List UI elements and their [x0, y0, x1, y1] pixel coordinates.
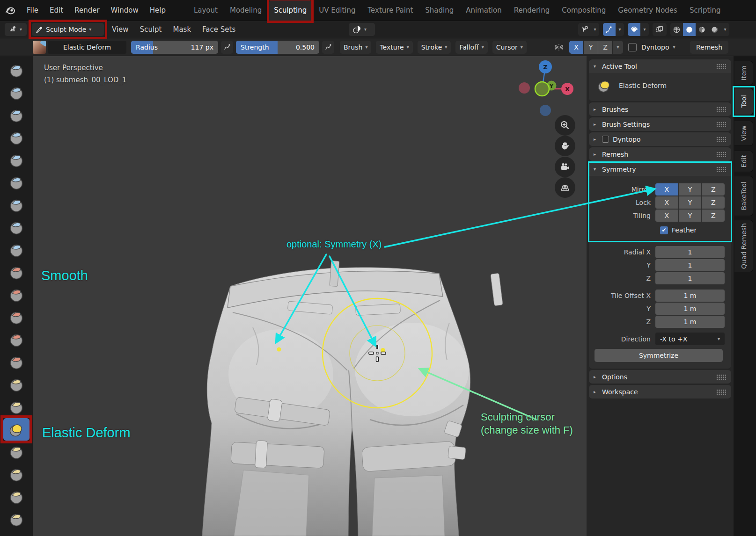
- symmetry-mirror-y[interactable]: Y: [679, 183, 702, 196]
- menu-window[interactable]: Window: [106, 4, 144, 17]
- panel-header-workspace[interactable]: ▸ Workspace: [589, 385, 731, 398]
- brush-fill[interactable]: [3, 328, 29, 351]
- symmetrize-button[interactable]: Symmetrize: [595, 349, 723, 362]
- workspace-tab-texture-paint[interactable]: Texture Paint: [362, 0, 418, 21]
- brush-snake-hook[interactable]: [3, 441, 29, 463]
- editor-type-dropdown[interactable]: ▾: [5, 23, 27, 36]
- symmetry-tiling-z[interactable]: Z: [702, 210, 725, 222]
- panel-drag-dots-icon[interactable]: [716, 122, 727, 127]
- symmetry-lock-z[interactable]: Z: [702, 196, 725, 209]
- remesh-button[interactable]: Remesh: [690, 41, 728, 54]
- pan-button[interactable]: [555, 136, 575, 156]
- brush-pinch[interactable]: [3, 351, 29, 373]
- brush-crease[interactable]: [3, 239, 29, 261]
- brush-relax[interactable]: [3, 396, 29, 418]
- brush-thumb[interactable]: [3, 463, 29, 485]
- gizmo-axis-neg-x[interactable]: [519, 82, 530, 94]
- proportional-falloff-dropdown[interactable]: ▾: [603, 23, 624, 36]
- symmetry-tiling-y[interactable]: Y: [679, 210, 702, 222]
- side-tab-item[interactable]: Item: [734, 61, 753, 85]
- mode-menu-view[interactable]: View: [107, 23, 134, 36]
- side-tab-edit[interactable]: Edit: [734, 151, 753, 172]
- radial-field-radial-x[interactable]: 1: [655, 246, 725, 258]
- brush-clay-thumb[interactable]: [3, 149, 29, 171]
- brush-dropdown[interactable]: Brush▾: [340, 41, 371, 54]
- radius-slider[interactable]: Radius 117 px: [131, 41, 218, 54]
- tile-offset-field-tile-offset-x[interactable]: 1 m: [655, 290, 725, 302]
- strength-pressure-toggle[interactable]: [322, 41, 334, 54]
- stroke-dropdown[interactable]: Stroke▾: [418, 41, 451, 54]
- brush-draw[interactable]: [3, 59, 29, 81]
- brush-nudge[interactable]: [3, 508, 29, 530]
- workspace-tab-shading[interactable]: Shading: [420, 0, 459, 21]
- dyntopo-checkbox[interactable]: [628, 43, 637, 51]
- workspace-tab-compositing[interactable]: Compositing: [557, 0, 611, 21]
- menu-help[interactable]: Help: [145, 4, 171, 17]
- texture-dropdown[interactable]: Texture▾: [376, 41, 412, 54]
- panel-header-symmetry[interactable]: ▾ Symmetry: [589, 162, 731, 176]
- mode-menu-sculpt[interactable]: Sculpt: [135, 23, 167, 36]
- brush-blob[interactable]: [3, 216, 29, 239]
- sculpt-mode-button[interactable]: Sculpt Mode ▾: [32, 23, 104, 36]
- header-mirror-x[interactable]: X: [569, 41, 583, 54]
- menu-file[interactable]: File: [22, 4, 44, 17]
- brush-flatten[interactable]: [3, 283, 29, 306]
- mode-menu-face-sets[interactable]: Face Sets: [197, 23, 241, 36]
- solid-shading-icon[interactable]: [683, 23, 696, 36]
- workspace-tab-modeling[interactable]: Modeling: [225, 0, 267, 21]
- symmetry-lock-y[interactable]: Y: [679, 196, 702, 209]
- workspace-tab-geometry-nodes[interactable]: Geometry Nodes: [613, 0, 683, 21]
- symmetry-lock-x[interactable]: X: [655, 196, 678, 209]
- symmetry-mirror-z[interactable]: Z: [702, 183, 725, 196]
- symmetry-mirror-x[interactable]: X: [655, 183, 678, 196]
- zoom-button[interactable]: [555, 115, 575, 136]
- workspace-tab-uv-editing[interactable]: UV Editing: [314, 0, 360, 21]
- panel-drag-dots-icon[interactable]: [716, 374, 727, 380]
- brush-draw-sharp[interactable]: [3, 81, 29, 104]
- brush-grab[interactable]: [3, 373, 29, 396]
- panel-header-dyntopo[interactable]: ▸ Dyntopo: [589, 132, 731, 146]
- radial-field-y[interactable]: 1: [655, 259, 725, 271]
- grid-view-button[interactable]: [555, 177, 575, 198]
- show-gizmo-dropdown[interactable]: ▾: [578, 23, 599, 36]
- wireframe-shading-icon[interactable]: [670, 23, 683, 36]
- mode-menu-mask[interactable]: Mask: [168, 23, 196, 36]
- workspace-tab-rendering[interactable]: Rendering: [509, 0, 555, 21]
- brush-elastic-deform[interactable]: [3, 418, 29, 441]
- falloff-shape-dropdown[interactable]: ▾: [349, 23, 375, 36]
- menu-edit[interactable]: Edit: [44, 4, 68, 17]
- brush-smooth[interactable]: [3, 261, 29, 283]
- panel-header-brush-settings[interactable]: ▸ Brush Settings: [589, 117, 731, 131]
- panel-drag-dots-icon[interactable]: [716, 389, 727, 395]
- panel-drag-dots-icon[interactable]: [716, 107, 727, 112]
- panel-drag-dots-icon[interactable]: [716, 137, 727, 142]
- camera-view-button[interactable]: [555, 157, 575, 177]
- symmetry-tiling-x[interactable]: X: [655, 210, 678, 222]
- brush-preview-thumbnail[interactable]: [33, 41, 46, 54]
- side-tab-view[interactable]: View: [734, 121, 753, 146]
- workspace-tab-sculpting[interactable]: Sculpting: [269, 0, 312, 21]
- brush-inflate[interactable]: [3, 194, 29, 216]
- panel-header-active-tool[interactable]: ▾ Active Tool: [589, 59, 731, 73]
- gizmo-axis-neg-z[interactable]: [540, 105, 551, 116]
- brush-pose[interactable]: [3, 485, 29, 508]
- dyntopo-panel-checkbox[interactable]: [602, 136, 609, 143]
- panel-drag-dots-icon[interactable]: [716, 64, 727, 69]
- dyntopo-dropdown[interactable]: Dyntopo ▾: [641, 41, 675, 54]
- workspace-tab-animation[interactable]: Animation: [461, 0, 506, 21]
- brush-clay[interactable]: [3, 104, 29, 126]
- strength-slider[interactable]: Strength 0.500: [236, 41, 319, 54]
- side-tab-quad-remesh[interactable]: Quad Remesh: [734, 220, 753, 272]
- header-mirror-z[interactable]: Z: [598, 41, 612, 54]
- panel-header-options[interactable]: ▸ Options: [589, 370, 731, 384]
- side-tab-baketool[interactable]: BakeTool: [734, 176, 753, 216]
- gizmo-center[interactable]: [535, 82, 549, 96]
- panel-header-brushes[interactable]: ▸ Brushes: [589, 102, 731, 116]
- tile-offset-field-z[interactable]: 1 m: [655, 316, 725, 328]
- brush-scrape[interactable]: [3, 306, 29, 328]
- rendered-shading-icon[interactable]: [708, 23, 721, 36]
- workspace-tab-layout[interactable]: Layout: [189, 0, 223, 21]
- tile-offset-field-y[interactable]: 1 m: [655, 303, 725, 315]
- workspace-tab-scripting[interactable]: Scripting: [684, 0, 726, 21]
- orbit-gizmo-dropdown[interactable]: ▾: [628, 23, 649, 36]
